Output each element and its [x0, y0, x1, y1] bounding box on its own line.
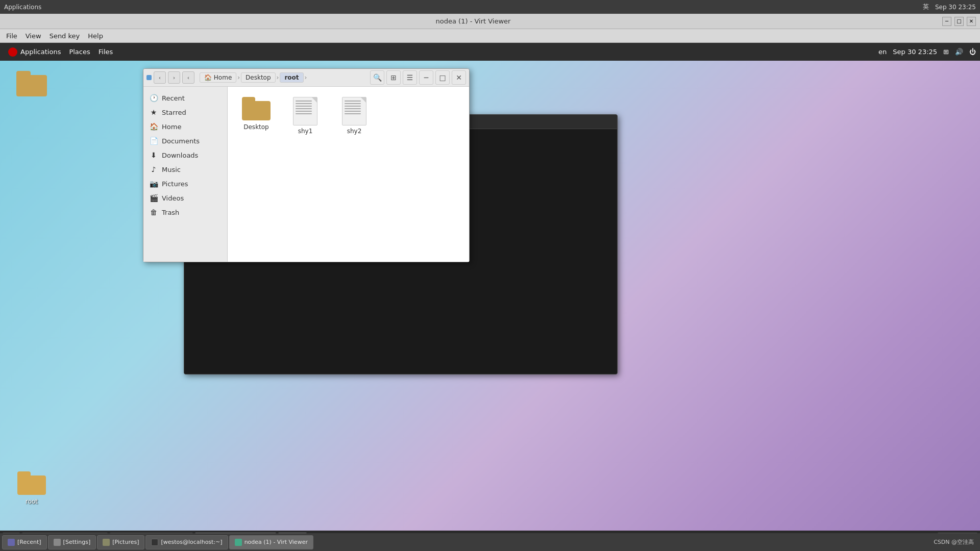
shy1-label: shy1 [298, 128, 313, 135]
virt-maximize-button[interactable]: □ [954, 17, 964, 26]
videos-icon: 🎬 [150, 194, 158, 202]
host-topbar: Applications 英 Sep 30 23:25 [0, 0, 980, 14]
virt-win-controls: ─ □ ✕ [942, 17, 976, 26]
sidebar-item-documents[interactable]: 📄 Documents [143, 134, 227, 148]
fm-forward-button[interactable]: › [168, 71, 180, 84]
terminal-taskbar-icon [151, 539, 158, 546]
documents-icon: 📄 [150, 137, 158, 145]
vm-panel-files[interactable]: Files [94, 48, 117, 56]
host-taskbar-pictures[interactable]: [Pictures] [97, 535, 144, 549]
doc-line6b [345, 113, 361, 114]
host-taskbar-virt[interactable]: nodea (1) - Virt Viewer [229, 535, 313, 549]
host-right-text: CSDN @空洼高 [934, 539, 974, 545]
fm-close-button[interactable]: ✕ [452, 70, 466, 85]
downloads-icon: ⬇ [150, 151, 158, 159]
fm-body: 🕐 Recent ★ Starred 🏠 Home 📄 Documents [143, 87, 469, 262]
doc-line1 [296, 101, 312, 102]
terminal-taskbar-label: [westos@localhost:~] [161, 539, 222, 545]
doc-line2 [296, 103, 312, 104]
vm-applications-label: Applications [20, 48, 61, 56]
host-datetime: Sep 30 23:25 [935, 4, 976, 11]
doc-line4 [296, 108, 312, 109]
virt-title: nodea (1) - Virt Viewer [4, 17, 942, 25]
doc-line3 [296, 106, 312, 107]
root-folder-label: root [26, 498, 38, 505]
pictures-taskbar-label: [Pictures] [112, 539, 139, 545]
fm-search-button[interactable]: 🔍 [370, 70, 384, 85]
fm-maximize-button[interactable]: □ [435, 70, 450, 85]
host-topbar-right: 英 Sep 30 23:25 [923, 3, 976, 11]
doc-line5b [345, 111, 361, 112]
vm-volume-icon[interactable]: 🔊 [955, 48, 963, 56]
vm-lang: en [878, 48, 887, 56]
virt-titlebar: nodea (1) - Virt Viewer ─ □ ✕ [0, 14, 980, 29]
sidebar-item-music[interactable]: ♪ Music [143, 162, 227, 177]
vm-power-icon[interactable]: ⏻ [969, 48, 976, 56]
fm-back-button[interactable]: ‹ [154, 71, 166, 84]
sidebar-videos-label: Videos [162, 194, 184, 202]
music-icon: ♪ [150, 165, 158, 173]
sidebar-trash-label: Trash [162, 209, 179, 216]
recent-taskbar-icon [8, 539, 15, 546]
shy2-label: shy2 [347, 128, 362, 135]
doc-line4b [345, 108, 361, 109]
fm-sidebar: 🕐 Recent ★ Starred 🏠 Home 📄 Documents [143, 87, 228, 262]
virt-taskbar-icon [235, 539, 242, 546]
desktop-folder-bottom[interactable]: root [11, 471, 52, 505]
host-taskbar-recent[interactable]: [Recent] [2, 535, 47, 549]
virt-minimize-button[interactable]: ─ [942, 17, 951, 26]
breadcrumb-desktop[interactable]: Desktop [241, 72, 276, 83]
virt-taskbar-label: nodea (1) - Virt Viewer [244, 539, 308, 545]
folder-icon-top [16, 71, 47, 96]
vm-panel-right: en Sep 30 23:25 ⊞ 🔊 ⏻ [878, 48, 976, 56]
vm-panel-places[interactable]: Places [65, 48, 94, 56]
sidebar-item-home[interactable]: 🏠 Home [143, 119, 227, 134]
breadcrumb-home[interactable]: 🏠 Home [200, 72, 236, 83]
menu-help[interactable]: Help [84, 31, 107, 41]
redhat-logo-icon [8, 47, 17, 57]
fm-location-button[interactable]: ‹ [182, 71, 194, 84]
doc-line3b [345, 106, 361, 107]
vm-panel-applications[interactable]: Applications [4, 47, 65, 57]
host-lang: 英 [923, 3, 929, 11]
menu-view[interactable]: View [21, 31, 45, 41]
file-manager-window: ‹ › ‹ 🏠 Home › Desktop › root › 🔍 ⊞ [143, 68, 470, 262]
virt-close-button[interactable]: ✕ [967, 17, 976, 26]
file-item-shy2[interactable]: shy2 [334, 95, 375, 137]
fm-minimize-button[interactable]: ─ [419, 70, 433, 85]
sidebar-item-starred[interactable]: ★ Starred [143, 105, 227, 119]
sidebar-item-videos[interactable]: 🎬 Videos [143, 191, 227, 205]
fm-indicator [146, 75, 152, 80]
fm-grid-view-button[interactable]: ⊞ [386, 70, 401, 85]
host-taskbar-right: CSDN @空洼高 [934, 538, 978, 546]
file-item-desktop[interactable]: Desktop [236, 95, 277, 137]
host-apps-label[interactable]: Applications [4, 4, 41, 11]
menu-sendkey[interactable]: Send key [45, 31, 84, 41]
shy2-doc-icon [342, 97, 366, 126]
breadcrumb-root[interactable]: root [280, 72, 303, 83]
root-folder-icon [17, 471, 46, 496]
vm-datetime: Sep 30 23:25 [893, 48, 937, 56]
fm-toolbar-right: 🔍 ⊞ ☰ ─ □ ✕ [370, 70, 466, 85]
doc-line1b [345, 101, 361, 102]
sidebar-item-downloads[interactable]: ⬇ Downloads [143, 148, 227, 162]
host-taskbar-terminal[interactable]: [westos@localhost:~] [145, 535, 228, 549]
pictures-icon: 📷 [150, 180, 158, 188]
breadcrumb-arrow: › [305, 74, 307, 81]
sidebar-item-trash[interactable]: 🗑 Trash [143, 205, 227, 219]
shy1-doc-icon [293, 97, 317, 126]
fm-breadcrumb: 🏠 Home › Desktop › root › [197, 72, 368, 83]
host-taskbar-settings[interactable]: [Settings] [48, 535, 96, 549]
sidebar-music-label: Music [162, 166, 181, 173]
trash-icon: 🗑 [150, 208, 158, 216]
sidebar-item-recent[interactable]: 🕐 Recent [143, 91, 227, 105]
fm-list-view-button[interactable]: ☰ [403, 70, 417, 85]
desktop-folder-top[interactable] [11, 71, 52, 96]
doc-line5 [296, 111, 312, 112]
fm-main-area: Desktop shy1 [228, 87, 469, 262]
file-item-shy1[interactable]: shy1 [285, 95, 326, 137]
settings-taskbar-icon [54, 539, 61, 546]
menu-file[interactable]: File [2, 31, 21, 41]
sidebar-item-pictures[interactable]: 📷 Pictures [143, 177, 227, 191]
pictures-taskbar-icon [103, 539, 110, 546]
